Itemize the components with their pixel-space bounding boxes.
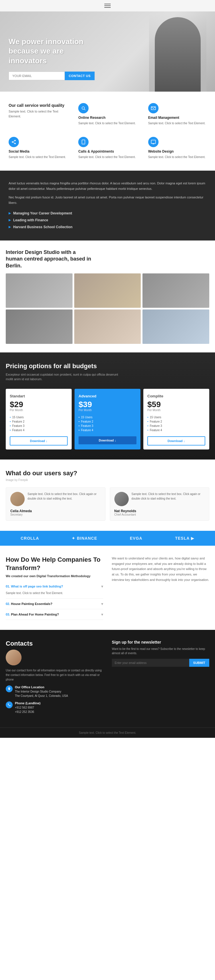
calls-appointments-icon	[78, 137, 88, 147]
transform-title: How Do We Help Companies To Transform?	[6, 556, 103, 572]
svg-rect-10	[151, 140, 156, 143]
office-label: Our Office Location	[15, 686, 68, 689]
about-section: Amet luctus venenatis lectus magna fring…	[0, 171, 215, 240]
office-line2: The Courtyard, Al Quoz 1, Colorado, USA	[15, 694, 68, 698]
testimonials-section: What do our users say? Image by Freepik …	[0, 460, 215, 531]
hamburger-menu[interactable]	[104, 4, 111, 8]
svg-point-3	[14, 140, 16, 142]
download-button-0[interactable]: Download ↓	[10, 436, 67, 445]
faq-header-1[interactable]: 02. House Painting Essentials? ▾	[6, 601, 103, 606]
transform-right-text: We want to understand who your clients a…	[112, 556, 209, 582]
hero-title: We power innovation because we are innov…	[9, 37, 100, 66]
interior-title: Interior Design Studio with a human cent…	[6, 249, 92, 269]
testimonial-role-1: Chief Accountant	[114, 513, 205, 516]
footer: Sample text. Click to select the Text El…	[0, 727, 215, 738]
about-paragraph-1: Amet luctus venenatis lectus magna fring…	[9, 181, 206, 191]
testimonial-card-1: Sample text. Click to select the text bo…	[110, 487, 210, 521]
faq-body-0: Sample text. Click to select the Text El…	[6, 591, 103, 595]
testimonial-card-0: Sample text. Click to select the text bo…	[6, 487, 106, 521]
testimonial-name-0: Celia Almeda	[10, 509, 101, 513]
interior-photo-3	[143, 274, 209, 308]
service-website-design: Website Design Sample text. Click to sel…	[145, 134, 209, 162]
testimonial-content-0: Sample text. Click to select the text bo…	[10, 492, 101, 506]
testimonials-title: What do our users say?	[6, 469, 209, 477]
plan-period-0: Per Month	[10, 409, 67, 412]
svg-point-4	[12, 142, 13, 143]
transform-right: We want to understand who your clients a…	[112, 556, 209, 620]
service-main: Our call service world quality Sample te…	[6, 100, 70, 128]
feature-0-0: 15 Users	[10, 415, 67, 419]
feature-2-1: Feature 2	[148, 419, 205, 424]
feature-2-0: 15 Users	[148, 415, 205, 419]
service-online-research: Online Research Sample text. Click to se…	[75, 100, 139, 128]
brand-logo-2: EVGA	[130, 536, 143, 541]
svg-point-0	[82, 107, 85, 109]
footer-text: Sample text. Click to select the Text El…	[6, 731, 209, 734]
interior-photo-1	[6, 274, 72, 308]
faq-title-2: 03. Plan Ahead For Home Painting?	[6, 612, 59, 616]
plan-features-1: 15 Users Feature 2 Feature 3 Feature 4	[79, 415, 136, 432]
service-text-1: Sample text. Click to select the Text El…	[148, 121, 206, 126]
plan-period-1: Per Month	[79, 409, 136, 412]
contacts-left: Contacts Use our contact form for all in…	[6, 640, 103, 718]
about-list: Managing Your Career Development Leading…	[9, 210, 206, 231]
testimonials-grid: Sample text. Click to select the text bo…	[6, 487, 209, 521]
svg-line-7	[13, 141, 14, 142]
service-main-title: Our call service world quality	[9, 103, 67, 108]
accordion-chevron-down-icon-0: ▾	[101, 584, 103, 589]
faq-header-2[interactable]: 03. Plan Ahead For Home Painting? ▾	[6, 612, 103, 617]
contacts-title: Contacts	[6, 640, 103, 648]
about-paragraph-2: Nec feugiat nisl pretium fusce id. Justo…	[9, 195, 206, 205]
svg-line-1	[84, 109, 85, 110]
phone-number-1: +912 562 8987	[15, 705, 40, 710]
download-button-1[interactable]: Download ↓	[79, 436, 136, 444]
accordion-chevron-down-icon-1: ▾	[101, 601, 103, 606]
email-input[interactable]	[9, 72, 65, 80]
brand-logo-0: CROLLA	[21, 536, 39, 541]
plan-period-2: Per Month	[148, 409, 205, 412]
newsletter-submit-button[interactable]: SUBMIT	[189, 659, 209, 667]
testimonial-text-0: Sample text. Click to select the text bo…	[27, 492, 101, 501]
svg-point-9	[83, 143, 84, 144]
hero-section: We power innovation because we are innov…	[0, 11, 215, 92]
feature-1-2: Feature 3	[79, 424, 136, 428]
brand-logo-1: ✦ BINANCE	[72, 536, 97, 541]
about-list-item-0: Managing Your Career Development	[9, 210, 206, 217]
service-text-0: Sample text. Click to select the Text El…	[78, 121, 136, 126]
phone-label: Phone (Landline)	[15, 702, 40, 705]
service-text-3: Sample text. Click to select the Text El…	[78, 155, 136, 159]
feature-2-2: Feature 3	[148, 424, 205, 428]
service-title-4: Website Design	[148, 150, 206, 153]
contact-us-button[interactable]: CONTACT US	[65, 72, 95, 80]
newsletter-title: Sign up for the newsletter	[112, 640, 209, 644]
about-list-item-2: Harvard Business School Collection	[9, 224, 206, 231]
header	[0, 0, 215, 11]
pricing-card-standart: Standart $29 Per Month 15 Users Feature …	[6, 389, 72, 450]
service-title-0: Online Research	[78, 116, 136, 120]
service-email-management: Email Management Sample text. Click to s…	[145, 100, 209, 128]
pricing-card-complite: Complite $59 Per Month 15 Users Feature …	[143, 389, 209, 450]
faq-header-0[interactable]: 01. What is off page seo link building? …	[6, 584, 103, 589]
transform-section: How Do We Help Companies To Transform? W…	[0, 546, 215, 630]
plan-price-2: $59	[148, 401, 205, 409]
brand-logo-3: TESLA ▶	[175, 536, 194, 541]
newsletter-form: SUBMIT	[112, 659, 209, 667]
testimonial-role-0: Secretary	[10, 513, 101, 516]
feature-0-2: Feature 3	[10, 424, 67, 428]
testimonial-text-1: Sample text. Click to select the text bo…	[132, 492, 205, 501]
pricing-subtitle: Excepteur sint occaecat cupidatat non pr…	[6, 372, 120, 382]
interior-photos-grid	[6, 274, 209, 344]
hero-content: We power innovation because we are innov…	[0, 29, 215, 92]
service-title-1: Email Management	[148, 116, 206, 120]
social-media-icon	[9, 137, 19, 147]
feature-1-1: Feature 2	[79, 419, 136, 424]
faq-item-1: 02. House Painting Essentials? ▾	[6, 599, 103, 609]
newsletter-email-input[interactable]	[112, 659, 189, 667]
interior-photo-4	[6, 310, 72, 344]
service-title-3: Calls & Appointments	[78, 150, 136, 153]
office-info: Our Office Location The Interior Design …	[6, 686, 103, 698]
svg-point-5	[14, 143, 16, 144]
download-button-2[interactable]: Download ↓	[148, 436, 205, 445]
plan-name-0: Standart	[10, 394, 67, 398]
testimonial-avatar-1	[114, 492, 129, 506]
